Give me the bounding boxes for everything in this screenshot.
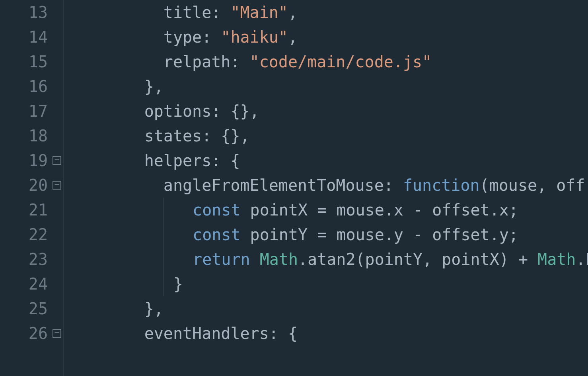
token-kw: function — [403, 173, 480, 198]
token-punc: .atan2(pointY, pointX) + — [298, 247, 537, 272]
token-punc: , — [288, 25, 298, 49]
line-number: 20 — [0, 173, 64, 198]
indent-guide — [164, 198, 173, 222]
line-number: 16 — [0, 74, 64, 99]
line-number: 26 — [0, 321, 64, 346]
indent — [68, 99, 144, 123]
indent — [68, 296, 144, 321]
indent — [68, 0, 164, 25]
code-area[interactable]: title: "Main", type: "haiku", relpath: "… — [64, 0, 588, 376]
line-number: 18 — [0, 123, 64, 148]
indent — [68, 321, 144, 346]
token-str: "Main" — [230, 0, 288, 25]
token-prop: relpath — [164, 49, 231, 74]
indent — [68, 25, 164, 49]
indent — [68, 272, 164, 296]
indent-guide — [164, 272, 173, 296]
indent — [68, 222, 164, 247]
line-number: 19 — [0, 148, 64, 173]
token-kw: return — [193, 247, 250, 272]
token-prop: angleFromElementToMouse — [164, 173, 384, 198]
token-punc: , — [288, 0, 298, 25]
token-punc: pointY = mouse.y - offset.y; — [241, 222, 518, 247]
indent — [68, 123, 144, 148]
code-line[interactable]: helpers: { — [68, 148, 588, 173]
line-number: 24 — [0, 272, 64, 296]
code-line[interactable]: angleFromElementToMouse: function(mouse,… — [68, 173, 588, 198]
token-prop: options — [144, 99, 212, 123]
code-line[interactable]: const pointX = mouse.x - offset.x; — [68, 198, 588, 222]
line-number: 21 — [0, 198, 64, 222]
token-punc: : { — [269, 321, 298, 346]
indent-guide — [164, 222, 173, 247]
code-line[interactable]: relpath: "code/main/code.js" — [68, 49, 588, 74]
token-punc: : {}, — [211, 99, 259, 123]
token-punc: : — [202, 25, 221, 49]
line-gutter: 1314151617181920212223242526 — [0, 0, 64, 376]
token-kw: const — [193, 222, 240, 247]
token-punc: : — [230, 49, 249, 74]
indent — [68, 148, 144, 173]
token-punc: (mouse, off — [480, 173, 585, 198]
indent — [68, 49, 164, 74]
token-punc — [250, 247, 260, 272]
code-editor[interactable]: 1314151617181920212223242526 title: "Mai… — [0, 0, 588, 376]
token-punc: : { — [211, 148, 240, 173]
token-prop: type — [164, 25, 202, 49]
token-punc: } — [173, 272, 183, 296]
token-prop: title — [164, 0, 211, 25]
fold-collapse-icon[interactable] — [53, 329, 61, 338]
indent-guide — [164, 247, 173, 272]
line-number: 17 — [0, 99, 64, 123]
token-str: "haiku" — [221, 25, 288, 49]
indent — [68, 198, 164, 222]
token-punc: : — [384, 173, 403, 198]
line-number: 15 — [0, 49, 64, 74]
code-line[interactable]: } — [68, 272, 588, 296]
token-builtin: Math — [537, 247, 576, 272]
code-line[interactable]: eventHandlers: { — [68, 321, 588, 346]
line-number: 13 — [0, 0, 64, 25]
fold-collapse-icon[interactable] — [53, 181, 61, 190]
code-line[interactable]: const pointY = mouse.y - offset.y; — [68, 222, 588, 247]
indent — [68, 247, 164, 272]
indent — [173, 222, 193, 247]
token-prop: helpers — [144, 148, 212, 173]
code-line[interactable]: type: "haiku", — [68, 25, 588, 49]
token-prop: eventHandlers — [144, 321, 269, 346]
line-number: 25 — [0, 296, 64, 321]
line-number: 23 — [0, 247, 64, 272]
token-punc: : — [211, 0, 230, 25]
code-line[interactable]: title: "Main", — [68, 0, 588, 25]
code-line[interactable]: }, — [68, 74, 588, 99]
token-kw: const — [193, 198, 240, 222]
indent — [173, 198, 193, 222]
token-punc: }, — [144, 296, 164, 321]
indent — [68, 74, 144, 99]
token-punc: }, — [144, 74, 164, 99]
code-line[interactable]: options: {}, — [68, 99, 588, 123]
code-line[interactable]: return Math.atan2(pointY, pointX) + Math… — [68, 247, 588, 272]
token-punc: : {}, — [202, 123, 249, 148]
token-str: "code/main/code.js" — [250, 49, 432, 74]
line-number: 22 — [0, 222, 64, 247]
indent — [68, 173, 164, 198]
token-punc: .P — [576, 247, 588, 272]
token-punc: pointX = mouse.x - offset.x; — [241, 198, 518, 222]
fold-collapse-icon[interactable] — [53, 156, 61, 165]
token-builtin: Math — [260, 247, 298, 272]
token-prop: states — [144, 123, 202, 148]
code-line[interactable]: states: {}, — [68, 123, 588, 148]
indent — [173, 247, 193, 272]
code-line[interactable]: }, — [68, 296, 588, 321]
line-number: 14 — [0, 25, 64, 49]
